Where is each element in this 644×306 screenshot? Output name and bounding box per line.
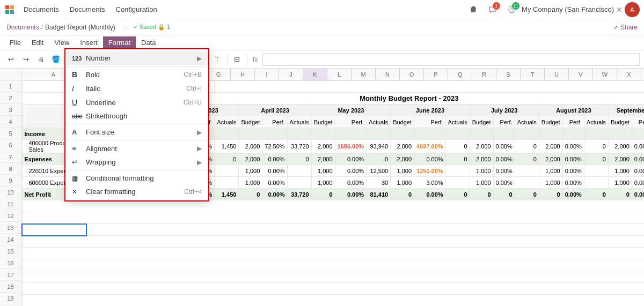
col-header-O[interactable]: O [400,69,424,80]
cell-220010-aug-p[interactable]: 0.00% [562,165,584,177]
cell-220010-aug-b[interactable]: 1,000 [539,165,562,177]
cell-220010-may-p[interactable]: 0.00% [335,165,367,177]
row-num-10[interactable]: 10 [0,186,21,198]
cell-np-aug-b[interactable]: 0 [539,189,562,200]
cell-r5s[interactable] [539,128,562,140]
cell-220010-jul-p[interactable]: 0.00% [493,165,515,177]
cell-600000-may-a[interactable]: 30 [367,177,391,189]
sub-jul-budget[interactable]: Budget [470,116,493,128]
col-header-W[interactable]: W [593,69,617,80]
col-header-Q[interactable]: Q [448,69,472,80]
sub-apr-actuals[interactable]: Actuals [287,116,311,128]
cell-r5u[interactable] [584,128,608,140]
menu-item-italic[interactable]: I Italic Ctrl+I [65,81,208,95]
cell-ps-aug-p[interactable]: 0.00% [562,140,584,153]
cell-rest1[interactable] [215,81,644,93]
cell-np-sep-b[interactable]: 0 [608,189,632,200]
cell-ex-sep-p[interactable]: 0.00% [632,153,644,165]
row-num-5[interactable]: 5 [0,128,21,139]
cell-ps-aug-a[interactable]: 0 [584,140,608,153]
cell-220010-jun-b[interactable]: 1,000 [391,165,414,177]
empty-row-14[interactable] [22,236,644,248]
month-jun[interactable]: June 2023 [391,105,470,116]
cell-np-apr-p[interactable]: 0.00% [262,189,287,200]
sub-apr-perf[interactable]: Perf. [262,116,287,128]
cell-600000-jun-b[interactable]: 1,000 [391,177,414,189]
cell-600000-jul-p[interactable]: 0.00% [493,177,515,189]
row-num-4[interactable]: 4 [0,116,21,128]
cell-220010-apr-a[interactable] [287,165,311,177]
cell-ps-jun-b[interactable]: 2,000 [391,140,414,153]
cell-600000-mar-a[interactable] [215,177,239,189]
cell-220010-jul-b[interactable]: 1,000 [470,165,493,177]
cell-np-apr-b[interactable]: 0 [239,189,262,200]
sub-jul-actuals[interactable]: Actuals [515,116,539,128]
nav-documents-1[interactable]: Documents [19,3,63,16]
sub-jul-perf[interactable]: Perf. [493,116,515,128]
cell-r5q[interactable] [493,128,515,140]
empty-row-11[interactable] [22,200,644,212]
col-header-G[interactable]: G [207,69,231,80]
col-header-X[interactable]: X [617,69,641,80]
nav-documents-2[interactable]: Documents [65,3,109,16]
cell-np-jun-p[interactable]: 0.00% [414,189,446,200]
cell-ps-mar-a[interactable]: 1,450 [215,140,239,153]
cell-220010-sep-b[interactable]: 1,000 [608,165,632,177]
cell-ps-aug-b[interactable]: 2,000 [539,140,562,153]
cell-600000-may-b[interactable]: 1,000 [311,177,335,189]
cell-np-jun-b[interactable]: 0 [391,189,414,200]
favorite-star[interactable]: ☆ [122,23,129,32]
cell-np-may-p[interactable]: 0.00% [335,189,367,200]
cell-ex-may-b[interactable]: 2,000 [311,153,335,165]
row-num-15[interactable]: 15 [0,245,21,257]
empty-row-12[interactable] [22,212,644,224]
col-header-S[interactable]: S [496,69,521,80]
cell-600000-aug-p[interactable]: 0.00% [562,177,584,189]
cell-np-apr-a[interactable]: 33,720 [287,189,311,200]
cell-ex-apr-p[interactable]: 0.00% [262,153,287,165]
empty-row-15[interactable] [22,248,644,259]
col-header-I[interactable]: I [255,69,279,80]
cell-r5v[interactable] [608,128,632,140]
cell-220010-apr-b[interactable]: 1,000 [239,165,262,177]
sub-may-budget[interactable]: Budget [311,116,335,128]
menu-item-bold[interactable]: B Bold Ctrl+B [65,68,208,81]
cell-ps-jul-p[interactable]: 0.00% [493,140,515,153]
breadcrumb-parent[interactable]: Documents [6,24,39,31]
cell-r5k[interactable] [335,128,367,140]
col-header-K[interactable]: K [303,69,327,80]
cell-ex-jul-b[interactable]: 2,000 [470,153,493,165]
cell-220010-sep-p[interactable]: 0.00% [632,165,644,177]
cell-r5l[interactable] [367,128,391,140]
cell-220010-jun-a[interactable] [445,165,470,177]
row-num-7[interactable]: 7 [0,151,21,163]
cell-r5f[interactable] [215,128,239,140]
cell-r5m[interactable] [391,128,414,140]
cell-600000-aug-b[interactable]: 1,000 [539,177,562,189]
cell-ex-aug-b[interactable]: 2,000 [539,153,562,165]
cell-ex-mar-a[interactable]: 0 [215,153,239,165]
menu-item-fontsize[interactable]: A Font size ▶ [65,125,208,139]
empty-row-18[interactable] [22,283,644,295]
cell-ps-apr-p[interactable]: 72.50% [262,140,287,153]
paint-bucket[interactable]: 🪣 [49,53,62,66]
cell-600000-jul-a[interactable] [515,177,539,189]
sub-sep-budget[interactable]: Budget [608,116,632,128]
cell-np-aug-p[interactable]: 0.00% [562,189,584,200]
share-button[interactable]: ↗ Share [613,24,638,31]
month-may[interactable]: May 2023 [311,105,391,116]
cell-np-aug-a[interactable]: 0 [584,189,608,200]
menu-item-wrapping[interactable]: ↵ Wrapping ▶ [65,155,208,169]
cell-ps-may-a[interactable]: 93,940 [367,140,391,153]
messages-button[interactable]: 1 [485,2,500,17]
col-header-R[interactable]: R [472,69,496,80]
cell-220010-may-b[interactable]: 1,000 [311,165,335,177]
nav-configuration[interactable]: Configuration [112,3,162,16]
row-num-16[interactable]: 16 [0,257,21,269]
trash-button[interactable] [466,2,481,17]
cell-ex-apr-b[interactable]: 2,000 [239,153,262,165]
activity-button[interactable]: 11 [504,2,519,17]
empty-row-16[interactable] [22,259,644,271]
cell-600000-aug-a[interactable] [584,177,608,189]
cell-ex-may-a[interactable]: 0 [367,153,391,165]
